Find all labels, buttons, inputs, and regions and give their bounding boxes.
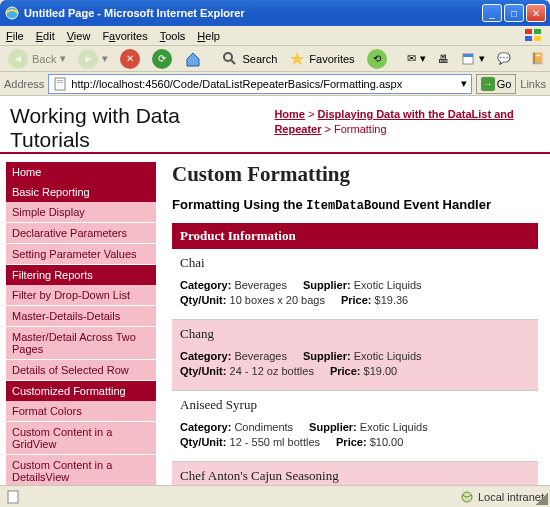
nav-item[interactable]: Declarative Parameters xyxy=(6,223,156,244)
chevron-down-icon: ▾ xyxy=(420,52,426,65)
menu-edit[interactable]: Edit xyxy=(36,30,55,42)
close-button[interactable]: ✕ xyxy=(526,4,546,22)
product-name: Aniseed Syrup xyxy=(180,397,530,413)
page-title: Custom Formatting xyxy=(172,162,538,187)
product-item: ChaiCategory: BeveragesSupplier: Exotic … xyxy=(172,249,538,320)
section-header: Product Information xyxy=(172,223,538,249)
toolbar: ◄ Back ▾ ► ▾ ✕ ⟳ Search Favorites ⟲ ✉▾ 🖶… xyxy=(0,46,550,72)
zone-label: Local intranet xyxy=(478,491,544,503)
breadcrumb-home[interactable]: Home xyxy=(274,108,305,120)
chevron-down-icon: ▾ xyxy=(479,52,485,65)
subheading-mono: ItemDataBound xyxy=(306,199,400,213)
discuss-icon: 💬 xyxy=(497,52,511,65)
breadcrumb-current: Formatting xyxy=(334,123,387,135)
menu-help[interactable]: Help xyxy=(197,30,220,42)
window-titlebar: Untitled Page - Microsoft Internet Explo… xyxy=(0,0,550,26)
product-list: ChaiCategory: BeveragesSupplier: Exotic … xyxy=(172,249,538,485)
subheading: Formatting Using the ItemDataBound Event… xyxy=(172,197,538,213)
address-url: http://localhost:4560/Code/DataListRepea… xyxy=(71,78,456,90)
address-input[interactable]: http://localhost:4560/Code/DataListRepea… xyxy=(48,74,471,94)
links-label[interactable]: Links xyxy=(520,78,546,90)
maximize-button[interactable]: □ xyxy=(504,4,524,22)
search-button[interactable]: Search xyxy=(218,48,281,70)
home-button[interactable] xyxy=(180,48,206,70)
menubar: File Edit View Favorites Tools Help xyxy=(0,26,550,46)
svg-point-5 xyxy=(224,53,232,61)
page-icon xyxy=(53,77,67,91)
subheading-b: Event Handler xyxy=(400,197,491,212)
menu-view[interactable]: View xyxy=(67,30,91,42)
go-button[interactable]: → Go xyxy=(476,74,517,94)
research-button[interactable]: 📔 xyxy=(527,48,549,70)
svg-rect-12 xyxy=(57,82,63,83)
page-header: Working with Data Tutorials Home > Displ… xyxy=(0,96,550,154)
status-bar: Local intranet xyxy=(0,485,550,507)
print-icon: 🖶 xyxy=(438,53,449,65)
status-done-icon xyxy=(6,490,26,504)
svg-rect-10 xyxy=(55,78,65,90)
home-icon xyxy=(184,50,202,68)
nav-item[interactable]: Custom Content in a GridView xyxy=(6,422,156,455)
forward-button[interactable]: ► ▾ xyxy=(74,48,112,70)
nav-item[interactable]: Master/Detail Across Two Pages xyxy=(6,327,156,360)
menu-favorites[interactable]: Favorites xyxy=(102,30,147,42)
mail-button[interactable]: ✉▾ xyxy=(403,48,430,70)
breadcrumb: Home > Displaying Data with the DataList… xyxy=(274,104,540,138)
stop-button[interactable]: ✕ xyxy=(116,48,144,70)
address-bar: Address http://localhost:4560/Code/DataL… xyxy=(0,72,550,96)
research-icon: 📔 xyxy=(531,52,545,65)
product-name: Chang xyxy=(180,326,530,342)
nav-item[interactable]: Simple Display xyxy=(6,202,156,223)
search-icon xyxy=(222,51,238,67)
favorites-label: Favorites xyxy=(309,53,354,65)
zone-icon xyxy=(460,490,474,504)
discuss-button[interactable]: 💬 xyxy=(493,48,515,70)
search-label: Search xyxy=(242,53,277,65)
nav-item[interactable]: Filter by Drop-Down List xyxy=(6,285,156,306)
nav-item[interactable]: Format Colors xyxy=(6,401,156,422)
svg-point-0 xyxy=(6,7,18,19)
history-icon: ⟲ xyxy=(367,49,387,69)
ie-icon xyxy=(4,5,20,21)
edit-icon xyxy=(461,52,475,66)
forward-icon: ► xyxy=(78,49,98,69)
mail-icon: ✉ xyxy=(407,52,416,65)
chevron-down-icon: ▾ xyxy=(60,52,66,65)
nav-item[interactable]: Details of Selected Row xyxy=(6,360,156,381)
go-label: Go xyxy=(497,78,512,90)
breadcrumb-section[interactable]: Displaying Data with the DataList and Re… xyxy=(274,108,513,135)
stop-icon: ✕ xyxy=(120,49,140,69)
back-icon: ◄ xyxy=(8,49,28,69)
address-label: Address xyxy=(4,78,44,90)
print-button[interactable]: 🖶 xyxy=(434,48,453,70)
nav-header[interactable]: Filtering Reports xyxy=(6,265,156,285)
go-icon: → xyxy=(481,77,495,91)
nav-header[interactable]: Basic Reporting xyxy=(6,182,156,202)
resize-grip[interactable] xyxy=(536,493,548,505)
product-name: Chai xyxy=(180,255,530,271)
nav-item[interactable]: Custom Content in a DetailsView xyxy=(6,455,156,485)
history-button[interactable]: ⟲ xyxy=(363,48,391,70)
page-body: HomeBasic ReportingSimple DisplayDeclara… xyxy=(0,154,550,485)
refresh-icon: ⟳ xyxy=(152,49,172,69)
product-name: Chef Anton's Cajun Seasoning xyxy=(180,468,530,484)
favorites-button[interactable]: Favorites xyxy=(285,48,358,70)
back-button[interactable]: ◄ Back ▾ xyxy=(4,48,70,70)
svg-rect-1 xyxy=(525,29,532,34)
svg-rect-8 xyxy=(463,54,473,57)
product-item: Aniseed SyrupCategory: CondimentsSupplie… xyxy=(172,391,538,462)
chevron-down-icon: ▾ xyxy=(102,52,108,65)
nav-header[interactable]: Customized Formatting xyxy=(6,381,156,401)
minimize-button[interactable]: _ xyxy=(482,4,502,22)
chevron-down-icon[interactable]: ▾ xyxy=(461,77,467,90)
menu-tools[interactable]: Tools xyxy=(160,30,186,42)
product-item: ChangCategory: BeveragesSupplier: Exotic… xyxy=(172,320,538,391)
nav-item[interactable]: Setting Parameter Values xyxy=(6,244,156,265)
nav-item[interactable]: Master-Details-Details xyxy=(6,306,156,327)
star-icon xyxy=(289,51,305,67)
svg-rect-11 xyxy=(57,80,63,81)
edit-button[interactable]: ▾ xyxy=(457,48,489,70)
refresh-button[interactable]: ⟳ xyxy=(148,48,176,70)
menu-file[interactable]: File xyxy=(6,30,24,42)
nav-header[interactable]: Home xyxy=(6,162,156,182)
